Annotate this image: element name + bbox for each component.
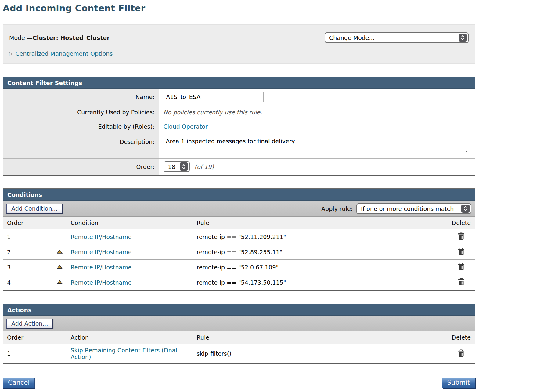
column-header-delete: Delete: [448, 217, 475, 229]
submit-button[interactable]: Submit: [442, 378, 475, 388]
delete-trash-icon[interactable]: [458, 349, 465, 357]
condition-link[interactable]: Remote IP/Hostname: [71, 279, 132, 286]
column-header-order: Order: [3, 331, 67, 344]
order-select[interactable]: 18: [164, 161, 190, 172]
select-stepper-icon: [459, 34, 467, 42]
conditions-table: Order Condition Rule Delete 1 Remote IP/…: [3, 217, 475, 290]
cloud-operator-link[interactable]: Cloud Operator: [164, 123, 208, 130]
condition-rule: remote-ip == "52.11.209.211": [193, 229, 448, 244]
condition-row: 3 Remote IP/Hostname remote-ip == "52.0.…: [3, 260, 475, 275]
condition-row: 1 Remote IP/Hostname remote-ip == "52.11…: [3, 229, 475, 244]
condition-order: 2: [7, 249, 11, 255]
order-label: Order:: [3, 159, 159, 175]
condition-row: 4 Remote IP/Hostname remote-ip == "54.17…: [3, 275, 475, 290]
condition-link[interactable]: Remote IP/Hostname: [71, 249, 132, 255]
cancel-button[interactable]: Cancel: [3, 378, 35, 388]
actions-table: Order Action Rule Delete 1 Skip Remainin…: [3, 331, 475, 363]
mode-panel: Mode —Cluster: Hosted_Cluster Change Mod…: [3, 24, 475, 64]
add-action-button[interactable]: Add Action...: [6, 319, 53, 329]
column-header-action: Action: [67, 331, 193, 344]
content-filter-settings-header: Content Filter Settings: [3, 77, 475, 89]
description-label: Description:: [3, 134, 159, 159]
condition-rule: remote-ip == "54.173.50.115": [193, 275, 448, 290]
action-order: 1: [3, 344, 67, 364]
conditions-table-header-row: Order Condition Rule Delete: [3, 217, 475, 229]
condition-rule: remote-ip == "52.0.67.109": [193, 260, 448, 275]
action-rule: skip-filters(): [193, 344, 448, 364]
delete-trash-icon[interactable]: [458, 232, 465, 240]
delete-trash-icon[interactable]: [458, 278, 465, 286]
column-header-condition: Condition: [67, 217, 193, 229]
page-title: Add Incoming Content Filter: [3, 3, 475, 13]
mode-label: Mode: [9, 34, 27, 41]
add-incoming-content-filter-page: Add Incoming Content Filter Mode —Cluste…: [3, 0, 475, 392]
condition-link[interactable]: Remote IP/Hostname: [71, 233, 132, 240]
action-row: 1 Skip Remaining Content Filters (Final …: [3, 344, 475, 364]
column-header-order: Order: [3, 217, 67, 229]
column-header-rule: Rule: [193, 331, 448, 344]
move-up-arrow-icon[interactable]: [57, 249, 63, 254]
condition-order: 1: [3, 229, 67, 244]
condition-order: 3: [7, 264, 11, 271]
description-row: Description: Area 1 inspected messages f…: [3, 134, 475, 159]
policies-value: No policies currently use this rule.: [164, 109, 262, 116]
conditions-toolbar: Add Condition... Apply rule: If one or m…: [3, 201, 475, 217]
move-up-arrow-icon[interactable]: [57, 280, 63, 284]
actions-header: Actions: [3, 304, 475, 316]
name-row: Name:: [3, 89, 475, 105]
footer-buttons: Cancel Submit: [3, 378, 475, 392]
content-filter-settings-section: Content Filter Settings Name: Currently …: [3, 77, 475, 176]
move-up-arrow-icon[interactable]: [57, 265, 63, 269]
conditions-header: Conditions: [3, 188, 475, 201]
select-stepper-icon: [461, 205, 470, 213]
roles-row: Editable by (Roles): Cloud Operator: [3, 119, 475, 134]
roles-label: Editable by (Roles):: [3, 119, 159, 134]
condition-order: 4: [7, 279, 11, 286]
condition-row: 2 Remote IP/Hostname remote-ip == "52.89…: [3, 244, 475, 260]
change-mode-select[interactable]: Change Mode...: [325, 32, 469, 43]
name-input[interactable]: [164, 92, 264, 102]
column-header-rule: Rule: [193, 217, 448, 229]
mode-value: —Cluster: Hosted_Cluster: [27, 34, 110, 41]
select-stepper-icon: [180, 162, 188, 171]
order-select-value: 18: [168, 163, 175, 170]
mode-text: Mode —Cluster: Hosted_Cluster: [9, 34, 110, 41]
condition-rule: remote-ip == "52.89.255.11": [193, 244, 448, 260]
change-mode-select-value: Change Mode...: [329, 34, 375, 41]
policies-row: Currently Used by Policies: No policies …: [3, 105, 475, 119]
delete-trash-icon[interactable]: [458, 248, 465, 255]
apply-rule-select-value: If one or more conditions match: [361, 205, 454, 212]
actions-table-header-row: Order Action Rule Delete: [3, 331, 475, 344]
column-header-delete: Delete: [448, 331, 475, 344]
order-row: Order: 18 (of 19): [3, 159, 475, 175]
delete-trash-icon[interactable]: [458, 263, 465, 270]
actions-section: Actions Add Action... Order Action Rule …: [3, 304, 475, 364]
policies-label: Currently Used by Policies:: [3, 105, 159, 119]
add-condition-button[interactable]: Add Condition...: [6, 204, 63, 214]
expand-triangle-icon[interactable]: ▷: [9, 52, 13, 56]
action-link[interactable]: Skip Remaining Content Filters (Final Ac…: [71, 347, 177, 360]
name-label: Name:: [3, 89, 159, 105]
apply-rule-label: Apply rule:: [321, 205, 353, 212]
description-textarea[interactable]: Area 1 inspected messages for final deli…: [164, 137, 467, 154]
centralized-management-options-link[interactable]: Centralized Management Options: [16, 50, 113, 57]
condition-link[interactable]: Remote IP/Hostname: [71, 264, 132, 271]
actions-toolbar: Add Action...: [3, 316, 475, 331]
order-hint: (of 19): [195, 163, 214, 170]
apply-rule-select[interactable]: If one or more conditions match: [356, 203, 471, 214]
conditions-section: Conditions Add Condition... Apply rule: …: [3, 188, 475, 291]
